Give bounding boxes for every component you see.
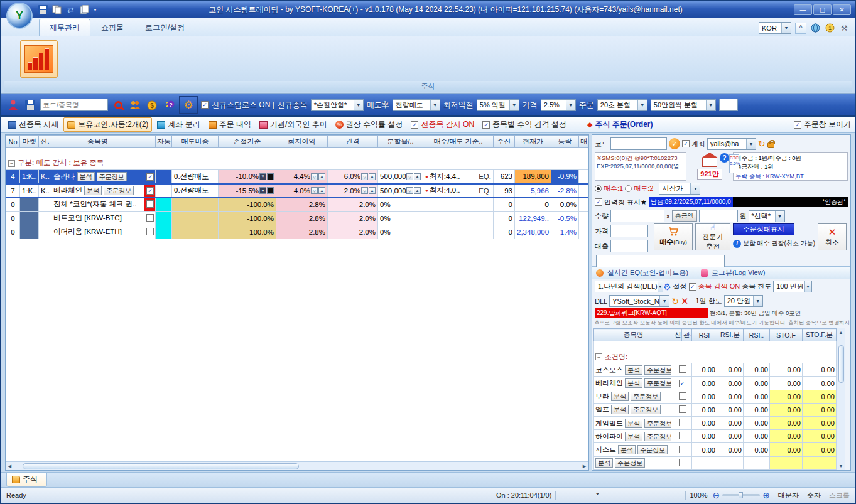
horizontal-scrollbar[interactable]: ◀ ▶ [6, 461, 588, 470]
watch-checkbox[interactable] [679, 446, 686, 453]
watch-row[interactable]: 저스트분석주문정보 0.00 0.00 0.00 0.00 0.00 [594, 443, 837, 456]
input-display-checkbox[interactable] [595, 198, 602, 206]
maximize-button[interactable]: ▢ [813, 4, 832, 15]
tab-realtime-eq[interactable]: 실시간 EQ(코인-업비트용) [607, 268, 688, 277]
scroll-down-icon[interactable]: ▼ [839, 462, 843, 470]
show-order-toggle[interactable]: 주문창 보이기 [794, 119, 851, 130]
tab-institution-trend[interactable]: 기관/외국인 추이 [256, 118, 330, 131]
expert-recommend-button[interactable]: ☝ 전문가추천 [695, 223, 730, 250]
spin-stop-icon[interactable]: ■ [267, 187, 274, 194]
zoom-slider[interactable] [722, 494, 760, 496]
order-info-button[interactable]: 주문정보 [631, 392, 661, 401]
tab-shop[interactable]: 쇼핑몰 [90, 19, 134, 36]
minimize-button[interactable]: — [794, 4, 812, 15]
stock-limit-dropdown[interactable]: 100 만원▼ [773, 281, 812, 292]
order-info-button[interactable]: 주문정보 [644, 419, 671, 428]
collapse-ribbon-button[interactable]: ^ [795, 23, 806, 34]
zoom-out-icon[interactable]: ⊖ [713, 491, 720, 500]
my-search-dropdown[interactable]: 1.나만의 검색(DLL)▼ [595, 281, 661, 292]
auto-checkbox[interactable] [146, 173, 154, 181]
watch-row-partial[interactable]: 분석주문정보 [594, 456, 837, 469]
stock-chart-button[interactable] [20, 40, 58, 78]
analyze-button[interactable]: 분석 [611, 392, 629, 401]
qty-input[interactable] [610, 210, 664, 222]
table-row[interactable]: 4 1:K.. K.. 솔라나분석주문정보 0.전량매도 -10.0%▼■ 4.… [6, 170, 588, 184]
language-dropdown[interactable]: KOR▼ [759, 22, 791, 34]
watch-row[interactable]: 베라체인분석주문정보 0.00 0.00 0.00 0.00 0.00 [594, 377, 837, 390]
dll-refresh-icon[interactable]: ↻ [671, 297, 679, 306]
order-code-input[interactable] [610, 137, 667, 150]
scroll-left-icon[interactable]: ◀ [6, 463, 14, 470]
gap-setting-checkbox[interactable] [482, 121, 490, 129]
spin-up-icon[interactable]: ▲ [414, 187, 421, 194]
table-row[interactable]: 0 이더리움 [KRW-ETH] -100.0% 2.8% 2.0% 0% 0 … [6, 225, 588, 239]
spin-down-icon[interactable]: ▽ [311, 173, 318, 180]
amount-split-dropdown[interactable]: 50만원씩 분할▼ [651, 99, 716, 111]
watch-checkbox[interactable] [679, 419, 686, 426]
scroll-right-icon[interactable]: ▶ [580, 463, 588, 470]
user-icon[interactable] [6, 98, 20, 112]
watch-checkbox[interactable] [679, 365, 686, 373]
watch-all-checkbox[interactable] [411, 121, 418, 129]
spin-down-icon[interactable]: ▽ [361, 187, 368, 194]
spin-up-icon[interactable]: ▲ [414, 173, 421, 180]
analyze-button[interactable]: 분석 [625, 432, 642, 441]
globe-icon[interactable] [810, 23, 821, 33]
refresh-icon[interactable]: ↻ [758, 139, 766, 148]
watch-row[interactable]: 엘프분석주문정보 0.00 0.00 0.00 0.00 0.00 [594, 403, 837, 416]
price-input[interactable] [610, 225, 648, 237]
gap-setting-toggle[interactable]: 종목별 수익 간격 설정 [479, 118, 570, 131]
tab-login-settings[interactable]: 로그인/설정 [134, 19, 195, 36]
auto-checkbox[interactable] [146, 228, 154, 235]
save-icon[interactable] [38, 4, 48, 14]
scroll-up-icon[interactable]: ▲ [839, 328, 843, 336]
order-info-button[interactable]: 주문정보 [97, 172, 127, 181]
total-amount-button[interactable]: 총금액 [672, 210, 697, 222]
dll-delete-icon[interactable]: ✕ [681, 296, 689, 307]
watch-row[interactable]: 보라분석주문정보 0.00 0.00 0.00 0.00 0.00 [594, 390, 837, 403]
close-button[interactable]: ✕ [833, 4, 851, 15]
pages-icon[interactable] [79, 4, 90, 14]
scrollbar-thumb[interactable] [838, 345, 844, 383]
analyze-button[interactable]: 분석 [611, 405, 629, 414]
order-info-button[interactable]: 주문정보 [104, 186, 134, 195]
watch-checkbox[interactable] [679, 380, 686, 387]
collapse-icon[interactable]: − [595, 353, 602, 360]
zoom-in-icon[interactable]: ⊕ [762, 491, 770, 500]
toolbar-extra-box[interactable] [719, 99, 738, 111]
save-disk-icon[interactable] [23, 98, 37, 112]
info-icon[interactable]: 1 [825, 23, 835, 33]
spin-stop-icon[interactable]: ■ [267, 173, 274, 180]
analyze-button[interactable]: 분석 [625, 419, 642, 428]
spin-down-icon[interactable]: ▽ [406, 173, 413, 180]
collapse-icon[interactable]: − [8, 160, 15, 167]
account-checkbox[interactable] [682, 140, 690, 147]
table-row[interactable]: 0 전체 *코인*(자동 체크 권.. -100.0% 2.8% 2.0% 0%… [6, 198, 588, 212]
zoom-slider-thumb[interactable] [739, 492, 743, 498]
tab-account-split[interactable]: 계좌 분리 [154, 118, 203, 131]
memo-input[interactable] [596, 255, 725, 267]
analyze-button[interactable]: 분석 [618, 445, 636, 454]
auto-checkbox[interactable] [146, 200, 154, 208]
price-step-dropdown[interactable]: 2.5%▼ [541, 99, 576, 111]
buy-radio[interactable] [595, 185, 602, 192]
spin-down-icon[interactable]: ▼ [259, 187, 266, 194]
order-info-button[interactable]: 주문정보 [644, 365, 671, 375]
buy-button[interactable]: 매수(Buy) [654, 223, 693, 250]
select-dropdown[interactable]: *선택*▼ [749, 210, 785, 222]
stock-search-checkbox[interactable] [689, 283, 696, 291]
spin-up-icon[interactable]: ▲ [318, 187, 325, 194]
spin-down-icon[interactable]: ▽ [406, 187, 413, 194]
copy-icon[interactable] [51, 4, 62, 14]
analyze-button[interactable]: 분석 [625, 378, 642, 388]
tab-holdings[interactable]: 보유코인.자동:2개(2) [63, 117, 152, 132]
code-confirm-icon[interactable]: ✓ [669, 138, 680, 149]
reward-setting-button[interactable]: %권장 수익률 설정 [332, 118, 406, 131]
auto-checkbox[interactable] [146, 214, 154, 222]
watch-row[interactable]: 하이파이분석주문정보 0.00 0.00 0.00 0.00 0.00 [594, 430, 837, 443]
watch-all-toggle[interactable]: 전종목 감시 ON [408, 118, 477, 131]
sync-icon[interactable]: ⇄ [65, 4, 76, 14]
search-settings-gear-icon[interactable]: ⚙ [663, 282, 671, 291]
dll-dropdown[interactable]: YSoft_Stock_N▼ [609, 295, 669, 307]
loan-input[interactable] [610, 240, 648, 252]
